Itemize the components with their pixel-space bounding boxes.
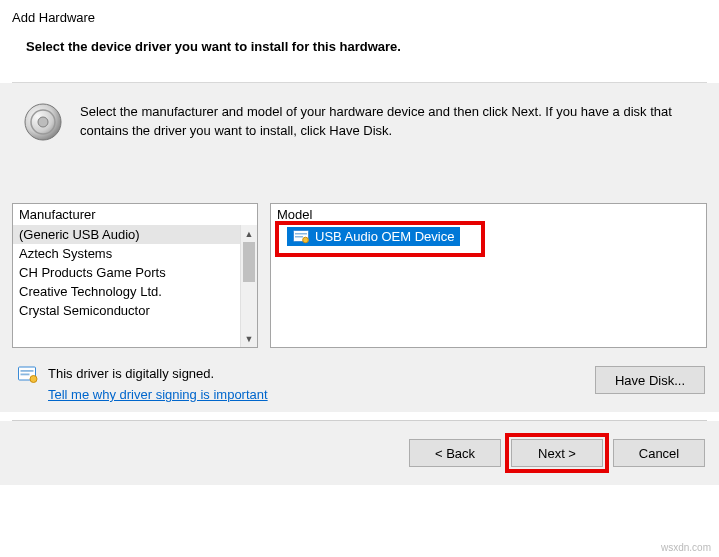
manufacturer-item[interactable]: CH Products Game Ports bbox=[13, 263, 240, 282]
info-text: Select the manufacturer and model of you… bbox=[80, 101, 699, 143]
certificate-icon bbox=[293, 230, 309, 244]
cancel-button[interactable]: Cancel bbox=[613, 439, 705, 467]
scrollbar[interactable]: ▲ ▼ bbox=[240, 225, 257, 347]
svg-rect-4 bbox=[295, 233, 307, 235]
manufacturer-item[interactable]: Crystal Semiconductor bbox=[13, 301, 240, 320]
model-item-label: USB Audio OEM Device bbox=[315, 229, 454, 244]
manufacturer-item[interactable]: Creative Technology Ltd. bbox=[13, 282, 240, 301]
back-button[interactable]: < Back bbox=[409, 439, 501, 467]
scroll-track[interactable] bbox=[241, 242, 257, 330]
scroll-down-icon[interactable]: ▼ bbox=[241, 330, 257, 347]
model-listbox[interactable]: Model USB Audio OEM Device bbox=[270, 203, 707, 348]
hardware-icon bbox=[22, 101, 64, 143]
lists-row: Manufacturer (Generic USB Audio) Aztech … bbox=[0, 203, 719, 348]
model-item[interactable]: USB Audio OEM Device bbox=[287, 227, 460, 246]
have-disk-button[interactable]: Have Disk... bbox=[595, 366, 705, 394]
scroll-thumb[interactable] bbox=[243, 242, 255, 282]
svg-rect-8 bbox=[21, 370, 34, 372]
watermark: wsxdn.com bbox=[661, 542, 711, 553]
svg-rect-5 bbox=[295, 236, 303, 238]
manufacturer-item[interactable]: (Generic USB Audio) bbox=[13, 225, 240, 244]
manufacturer-item[interactable]: Aztech Systems bbox=[13, 244, 240, 263]
signing-status: This driver is digitally signed. bbox=[48, 366, 268, 381]
manufacturer-header: Manufacturer bbox=[13, 204, 257, 225]
signing-info-link[interactable]: Tell me why driver signing is important bbox=[48, 387, 268, 402]
signing-row: This driver is digitally signed. Tell me… bbox=[0, 348, 719, 412]
window-title: Add Hardware bbox=[0, 0, 719, 29]
info-section: Select the manufacturer and model of you… bbox=[0, 83, 719, 203]
svg-point-10 bbox=[30, 376, 37, 383]
manufacturer-listbox[interactable]: Manufacturer (Generic USB Audio) Aztech … bbox=[12, 203, 258, 348]
next-button[interactable]: Next > bbox=[511, 439, 603, 467]
scroll-up-icon[interactable]: ▲ bbox=[241, 225, 257, 242]
svg-point-6 bbox=[303, 237, 309, 243]
svg-rect-9 bbox=[21, 374, 30, 376]
model-header: Model bbox=[271, 204, 706, 225]
certificate-icon bbox=[18, 366, 38, 402]
header-instruction: Select the device driver you want to ins… bbox=[0, 29, 719, 82]
svg-point-2 bbox=[38, 117, 48, 127]
wizard-footer: < Back Next > Cancel bbox=[0, 421, 719, 485]
